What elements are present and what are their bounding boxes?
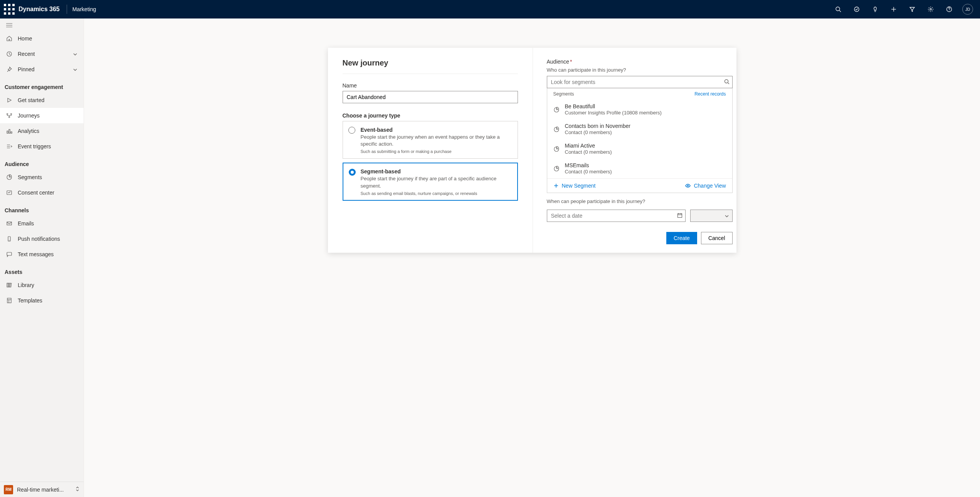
chevron-down-icon <box>73 67 77 72</box>
lightbulb-icon[interactable] <box>866 0 884 18</box>
segment-icon <box>553 166 560 172</box>
area-badge: RM <box>4 485 13 494</box>
settings-icon[interactable] <box>921 0 940 18</box>
journey-type-segment-based[interactable]: Segment-based People start the journey i… <box>343 163 518 200</box>
change-view-label: Change View <box>694 183 726 189</box>
svg-rect-32 <box>7 252 12 255</box>
new-segment-button[interactable]: New Segment <box>553 183 596 189</box>
nav-pinned[interactable]: Pinned <box>0 62 84 77</box>
calendar-icon[interactable] <box>677 213 682 219</box>
svg-line-40 <box>728 83 729 84</box>
segment-name: MSEmails <box>565 162 612 169</box>
svg-point-11 <box>854 7 859 12</box>
filter-icon[interactable] <box>903 0 921 18</box>
radio-icon <box>348 127 355 134</box>
segment-meta: Contact (0 members) <box>565 129 630 136</box>
segment-item[interactable]: Miami Active Contact (0 members) <box>547 139 732 159</box>
cancel-button[interactable]: Cancel <box>701 232 733 244</box>
nav-text[interactable]: Text messages <box>0 247 84 262</box>
nav-library[interactable]: Library <box>0 277 84 293</box>
segment-dropdown: Segments Recent records Be Beautifull Cu… <box>547 88 733 193</box>
nav-analytics[interactable]: Analytics <box>0 123 84 139</box>
nav-get-started[interactable]: Get started <box>0 92 84 108</box>
app-name: Marketing <box>72 6 96 12</box>
svg-rect-35 <box>10 283 11 287</box>
segment-lookup-input[interactable] <box>547 76 733 88</box>
updown-icon <box>75 486 80 493</box>
dialog-title: New journey <box>343 59 518 67</box>
journey-type-event-based[interactable]: Event-based People start the journey whe… <box>343 121 518 159</box>
date-input[interactable] <box>547 210 686 222</box>
nav-templates[interactable]: Templates <box>0 293 84 308</box>
nav-label: Get started <box>18 97 77 103</box>
svg-point-15 <box>930 8 931 10</box>
svg-rect-25 <box>7 131 8 133</box>
assistant-icon[interactable] <box>847 0 866 18</box>
svg-rect-2 <box>12 4 15 6</box>
nav-event-triggers[interactable]: Event triggers <box>0 139 84 154</box>
segment-item[interactable]: Contacts born in November Contact (0 mem… <box>547 119 732 139</box>
card-desc: People start the journey if they are par… <box>361 175 511 189</box>
nav-label: Push notifications <box>18 236 77 242</box>
search-icon[interactable] <box>724 79 730 84</box>
segment-name: Contacts born in November <box>565 123 630 129</box>
svg-rect-44 <box>677 214 682 218</box>
segment-item[interactable]: MSEmails Contact (0 members) <box>547 159 732 178</box>
app-launcher[interactable] <box>3 3 15 15</box>
nav-home[interactable]: Home <box>0 31 84 46</box>
name-label: Name <box>343 82 518 89</box>
nav-group-engagement: Customer engagement <box>0 77 84 92</box>
nav-label: Pinned <box>18 66 67 72</box>
svg-point-17 <box>949 10 949 11</box>
svg-rect-29 <box>7 222 12 225</box>
nav-recent[interactable]: Recent <box>0 46 84 62</box>
sidebar-toggle[interactable] <box>0 18 84 31</box>
push-icon <box>6 236 12 242</box>
svg-rect-27 <box>11 132 12 133</box>
nav-label: Consent center <box>18 190 77 196</box>
nav-label: Text messages <box>18 251 77 257</box>
nav-label: Analytics <box>18 128 77 134</box>
nav-journeys[interactable]: Journeys <box>0 108 84 123</box>
sms-icon <box>6 251 12 257</box>
nav-emails[interactable]: Emails <box>0 216 84 231</box>
card-example: Such as submitting a form or making a pu… <box>361 149 511 154</box>
library-icon <box>6 282 12 288</box>
template-icon <box>6 297 12 304</box>
time-select[interactable] <box>690 210 733 222</box>
home-icon <box>6 35 12 42</box>
card-desc: People start the journey when an event h… <box>361 134 511 148</box>
nav-segments[interactable]: Segments <box>0 170 84 185</box>
nav-push[interactable]: Push notifications <box>0 231 84 247</box>
user-avatar[interactable]: JD <box>962 4 973 15</box>
segment-item[interactable]: Be Beautifull Customer Insights Profile … <box>547 100 732 119</box>
segment-name: Miami Active <box>565 142 612 149</box>
svg-rect-3 <box>4 8 6 10</box>
change-view-button[interactable]: Change View <box>685 183 726 189</box>
svg-rect-1 <box>8 4 10 6</box>
svg-rect-4 <box>8 8 10 10</box>
recent-records-link[interactable]: Recent records <box>694 91 726 97</box>
nav-label: Event triggers <box>18 143 77 149</box>
svg-rect-8 <box>12 12 15 15</box>
audience-sub: Who can participate in this journey? <box>547 67 733 73</box>
add-icon[interactable] <box>884 0 903 18</box>
nav-group-assets: Assets <box>0 262 84 277</box>
clock-icon <box>6 51 12 57</box>
create-button[interactable]: Create <box>666 232 697 244</box>
svg-rect-26 <box>9 129 10 133</box>
svg-point-22 <box>7 114 8 115</box>
analytics-icon <box>6 128 12 134</box>
svg-rect-34 <box>8 283 10 287</box>
journey-name-input[interactable] <box>343 91 518 103</box>
search-icon[interactable] <box>829 0 847 18</box>
chevron-down-icon <box>724 214 729 220</box>
radio-icon <box>349 169 356 176</box>
area-switcher[interactable]: RM Real-time marketi... <box>0 482 84 497</box>
help-icon[interactable] <box>940 0 958 18</box>
svg-rect-33 <box>7 283 8 287</box>
nav-consent-center[interactable]: Consent center <box>0 185 84 200</box>
chevron-down-icon <box>73 52 77 56</box>
segments-header: Segments <box>553 91 574 97</box>
card-title: Segment-based <box>361 168 511 175</box>
